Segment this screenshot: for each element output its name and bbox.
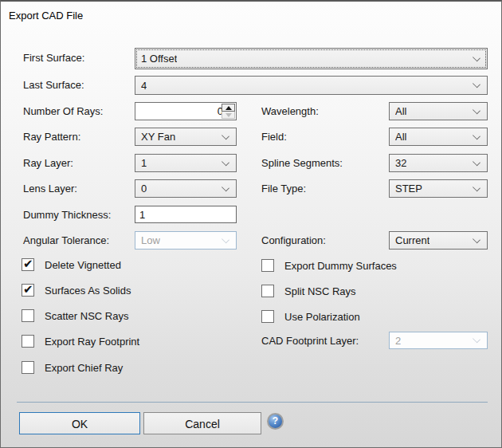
wavelength-label: Wavelength:	[261, 105, 319, 118]
lens-layer-label: Lens Layer:	[23, 183, 77, 195]
export-ray-footprint-checkbox[interactable]	[22, 335, 34, 348]
help-question-icon[interactable]: ?	[267, 413, 284, 430]
wavelength-value: All	[395, 105, 406, 117]
angular-tolerance-combobox: Low	[135, 231, 237, 250]
export-chief-ray-label: Export Chief Ray	[45, 361, 123, 375]
lens-layer-combobox[interactable]: 0	[135, 179, 237, 198]
dialog-title: Export CAD File	[9, 10, 83, 22]
number-of-rays-label: Number Of Rays:	[23, 105, 103, 118]
spinner-buttons	[222, 104, 235, 119]
chevron-down-icon	[222, 183, 229, 191]
surfaces-as-solids-label: Surfaces As Solids	[45, 284, 131, 297]
export-cad-file-dialog: Export CAD File First Surface: 1 Offset …	[0, 0, 502, 448]
first-surface-label: First Surface:	[23, 52, 84, 65]
field-label: Field:	[261, 131, 287, 143]
spin-up-button[interactable]	[222, 104, 235, 112]
export-dummy-surfaces-label: Export Dummy Surfaces	[284, 259, 397, 273]
wavelength-combobox[interactable]: All	[389, 102, 488, 120]
chevron-down-icon	[222, 132, 229, 140]
last-surface-label: Last Surface:	[23, 79, 84, 92]
delete-vignetted-checkbox[interactable]	[22, 258, 34, 271]
chevron-down-icon	[222, 158, 229, 166]
export-ray-footprint-label: Export Ray Footprint	[45, 335, 139, 348]
use-polarization-label: Use Polarization	[284, 310, 360, 324]
file-type-combobox[interactable]: STEP	[389, 179, 488, 198]
ray-layer-combobox[interactable]: 1	[135, 154, 237, 172]
configuration-combobox[interactable]: Current	[389, 231, 488, 250]
ray-pattern-label: Ray Pattern:	[23, 131, 80, 143]
cad-footprint-layer-combobox: 2	[389, 332, 488, 349]
chevron-down-icon	[473, 335, 480, 343]
configuration-value: Current	[395, 234, 429, 246]
first-surface-combobox[interactable]: 1 Offset	[135, 48, 488, 69]
file-type-label: File Type:	[261, 183, 306, 195]
ray-layer-label: Ray Layer:	[23, 157, 73, 170]
chevron-down-icon	[473, 80, 480, 88]
file-type-value: STEP	[395, 183, 422, 195]
lens-layer-value: 0	[141, 183, 147, 195]
split-nsc-rays-checkbox[interactable]	[261, 285, 274, 297]
triangle-down-icon	[226, 113, 232, 117]
scatter-nsc-rays-checkbox[interactable]	[22, 309, 34, 322]
number-of-rays-input[interactable]	[135, 103, 226, 120]
field-combobox[interactable]: All	[389, 128, 488, 146]
dummy-thickness-label: Dummy Thickness:	[23, 209, 111, 222]
split-nsc-rays-label: Split NSC Rays	[284, 285, 356, 298]
chevron-down-icon	[473, 132, 480, 140]
dummy-thickness-input[interactable]	[135, 206, 237, 223]
configuration-label: Configuration:	[261, 234, 326, 247]
ray-layer-value: 1	[141, 157, 147, 169]
export-chief-ray-checkbox[interactable]	[22, 361, 34, 374]
angular-tolerance-label: Angular Tolerance:	[23, 234, 109, 247]
triangle-up-icon	[226, 106, 232, 110]
angular-tolerance-value: Low	[141, 234, 160, 246]
chevron-down-icon	[473, 235, 480, 243]
ray-pattern-combobox[interactable]: XY Fan	[135, 128, 237, 146]
spline-segments-value: 32	[395, 157, 406, 169]
chevron-down-icon	[473, 106, 480, 114]
spline-segments-combobox[interactable]: 32	[389, 154, 488, 172]
last-surface-value: 4	[141, 80, 147, 92]
ray-pattern-value: XY Fan	[141, 131, 175, 143]
chevron-down-icon	[473, 183, 480, 191]
footer-divider	[17, 402, 488, 403]
cad-footprint-layer-value: 2	[395, 335, 401, 347]
spline-segments-label: Spline Segments:	[261, 157, 343, 170]
chevron-down-icon	[222, 235, 229, 243]
export-dummy-surfaces-checkbox[interactable]	[261, 259, 274, 272]
surfaces-as-solids-checkbox[interactable]	[22, 284, 34, 297]
number-of-rays-spinner[interactable]	[135, 102, 237, 120]
chevron-down-icon	[473, 158, 480, 166]
use-polarization-checkbox[interactable]	[261, 310, 274, 323]
spin-down-button[interactable]	[222, 112, 235, 119]
scatter-nsc-rays-label: Scatter NSC Rays	[45, 309, 128, 323]
last-surface-combobox[interactable]: 4	[135, 76, 488, 95]
field-value: All	[395, 131, 406, 143]
cancel-button[interactable]: Cancel	[143, 412, 261, 434]
cad-footprint-layer-label: CAD Footprint Layer:	[261, 335, 359, 348]
first-surface-value: 1 Offset	[141, 53, 177, 65]
delete-vignetted-label: Delete Vignetted	[45, 258, 121, 272]
ok-button[interactable]: OK	[19, 412, 140, 434]
chevron-down-icon	[473, 53, 480, 61]
